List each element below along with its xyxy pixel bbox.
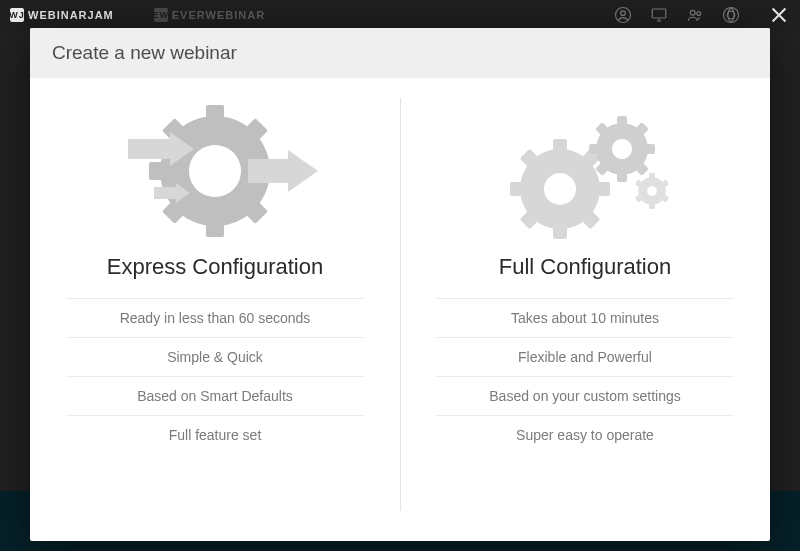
list-item: Flexible and Powerful [436, 338, 734, 377]
brand-webinarjam-label: WEBINARJAM [28, 9, 114, 21]
svg-point-1 [621, 11, 626, 16]
everwebinar-logo-icon: EW [154, 8, 168, 22]
svg-point-3 [690, 10, 695, 15]
svg-rect-18 [154, 187, 176, 199]
close-icon[interactable] [768, 4, 790, 26]
svg-marker-17 [288, 150, 318, 192]
svg-rect-20 [553, 139, 567, 151]
list-item: Ready in less than 60 seconds [66, 298, 364, 338]
svg-rect-6 [206, 105, 224, 119]
full-title: Full Configuration [499, 254, 671, 280]
list-item: Based on your custom settings [436, 377, 734, 416]
modal-body: Express Configuration Ready in less than… [30, 78, 770, 541]
svg-rect-39 [649, 203, 655, 209]
list-item: Super easy to operate [436, 416, 734, 454]
brand-webinarjam[interactable]: WJ WEBINARJAM [10, 8, 114, 22]
webinarjam-logo-icon: WJ [10, 8, 24, 22]
svg-rect-12 [149, 162, 163, 180]
svg-rect-30 [646, 144, 655, 154]
svg-rect-34 [589, 144, 598, 154]
list-item: Based on Smart Defaults [66, 377, 364, 416]
svg-rect-16 [248, 159, 288, 183]
vertical-divider [400, 98, 401, 511]
list-item: Simple & Quick [66, 338, 364, 377]
svg-rect-26 [510, 182, 522, 196]
users-icon[interactable] [686, 6, 704, 24]
brand-everwebinar-label: EVERWEBINAR [172, 9, 265, 21]
profile-icon[interactable] [614, 6, 632, 24]
express-gear-arrows-icon [110, 96, 320, 246]
svg-rect-32 [617, 173, 627, 182]
monitor-icon[interactable] [650, 6, 668, 24]
create-webinar-modal: Create a new webinar [30, 28, 770, 541]
svg-rect-2 [652, 9, 666, 18]
svg-rect-7 [206, 223, 224, 237]
svg-rect-24 [553, 227, 567, 239]
full-configuration-option[interactable]: Full Configuration Takes about 10 minute… [400, 96, 770, 541]
modal-title: Create a new webinar [30, 28, 770, 78]
list-item: Takes about 10 minutes [436, 298, 734, 338]
top-navbar: WJ WEBINARJAM EW EVERWEBINAR [0, 0, 800, 30]
express-title: Express Configuration [107, 254, 323, 280]
help-icon[interactable] [722, 6, 740, 24]
express-configuration-option[interactable]: Express Configuration Ready in less than… [30, 96, 400, 541]
full-gears-icon [480, 96, 690, 246]
brand-everwebinar[interactable]: EW EVERWEBINAR [154, 8, 265, 22]
svg-rect-14 [128, 139, 170, 159]
list-item: Full feature set [66, 416, 364, 454]
svg-rect-36 [649, 173, 655, 179]
svg-point-4 [697, 12, 701, 16]
svg-rect-22 [598, 182, 610, 196]
nav-icons [614, 4, 790, 26]
full-feature-list: Takes about 10 minutes Flexible and Powe… [436, 298, 734, 454]
express-feature-list: Ready in less than 60 seconds Simple & Q… [66, 298, 364, 454]
svg-rect-28 [617, 116, 627, 125]
